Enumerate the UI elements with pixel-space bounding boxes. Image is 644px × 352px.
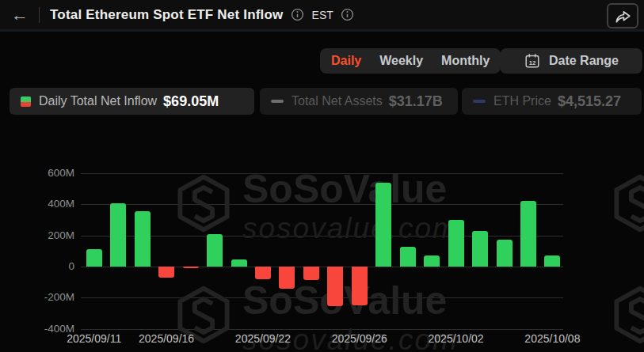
share-arrow-icon bbox=[614, 7, 632, 25]
inflow-bar[interactable] bbox=[448, 220, 464, 267]
x-axis-tick-label: 2025/09/26 bbox=[320, 332, 399, 345]
inflow-bar[interactable] bbox=[424, 255, 440, 267]
timezone-label: EST bbox=[312, 9, 333, 21]
inflow-bar[interactable] bbox=[110, 203, 126, 267]
page-title: Total Ethereum Spot ETF Net Inflow bbox=[50, 7, 284, 23]
etf-inflow-dashboard: ← Total Ethereum Spot ETF Net Inflow EST… bbox=[0, 0, 644, 352]
x-axis-tick-label: 2025/09/11 bbox=[55, 332, 134, 345]
inflow-bar[interactable] bbox=[255, 267, 271, 279]
inflow-bar[interactable] bbox=[352, 267, 368, 305]
header-divider bbox=[39, 7, 40, 23]
back-arrow-icon[interactable]: ← bbox=[11, 6, 29, 24]
date-range-button[interactable]: 12 Date Range bbox=[500, 48, 642, 74]
inflow-bar[interactable] bbox=[86, 249, 102, 267]
calendar-icon: 12 bbox=[524, 52, 541, 70]
legend-value: $4,515.27 bbox=[558, 93, 621, 110]
x-axis-tick-label: 2025/10/08 bbox=[513, 332, 592, 345]
inflow-bar[interactable] bbox=[303, 267, 319, 280]
legend-label: Daily Total Net Inflow bbox=[39, 94, 157, 108]
svg-text:12: 12 bbox=[529, 59, 536, 66]
title-info-icon[interactable] bbox=[291, 8, 304, 21]
tab-weekly[interactable]: Weekly bbox=[379, 54, 423, 68]
legend-label: ETH Price bbox=[493, 94, 551, 108]
inflow-bar[interactable] bbox=[400, 247, 416, 267]
date-range-label: Date Range bbox=[549, 54, 619, 68]
x-axis-tick-label: 2025/09/16 bbox=[127, 332, 206, 345]
inflow-bar[interactable] bbox=[375, 183, 391, 267]
inflow-bar[interactable] bbox=[497, 240, 513, 267]
legend-total-net-assets[interactable]: Total Net Assets $31.17B bbox=[260, 88, 458, 115]
timezone-info-icon[interactable] bbox=[341, 8, 354, 21]
inflow-bar[interactable] bbox=[207, 234, 223, 267]
x-axis-tick-label: 2025/09/22 bbox=[223, 332, 303, 345]
inflow-bar[interactable] bbox=[231, 259, 247, 267]
gray-dash-series-icon bbox=[271, 100, 284, 103]
legend-daily-net-inflow[interactable]: Daily Total Net Inflow $69.05M bbox=[10, 88, 254, 115]
inflow-bar[interactable] bbox=[135, 211, 151, 267]
green-red-series-icon bbox=[21, 97, 31, 107]
tab-monthly[interactable]: Monthly bbox=[441, 54, 490, 68]
legend-label: Total Net Assets bbox=[292, 94, 383, 108]
inflow-bar[interactable] bbox=[472, 231, 488, 267]
legend-eth-price[interactable]: ETH Price $4,515.27 bbox=[462, 88, 642, 115]
x-axis-tick-label: 2025/10/02 bbox=[417, 332, 496, 345]
header: ← Total Ethereum Spot ETF Net Inflow EST bbox=[0, 0, 644, 32]
inflow-bar[interactable] bbox=[158, 267, 174, 278]
inflow-bar[interactable] bbox=[327, 267, 343, 306]
share-button[interactable] bbox=[607, 3, 638, 28]
blue-dash-series-icon bbox=[473, 100, 486, 103]
legend-value: $31.17B bbox=[389, 93, 443, 110]
tab-daily[interactable]: Daily bbox=[331, 54, 361, 68]
inflow-bar[interactable] bbox=[183, 267, 199, 268]
inflow-bar[interactable] bbox=[279, 267, 295, 289]
inflow-bar[interactable] bbox=[520, 201, 536, 267]
legend-value: $69.05M bbox=[163, 93, 219, 110]
chart-plot-area: 2025/09/112025/09/162025/09/222025/09/26… bbox=[0, 150, 644, 352]
inflow-bar[interactable] bbox=[544, 255, 560, 267]
period-tab-group: Daily Weekly Monthly bbox=[320, 48, 501, 74]
